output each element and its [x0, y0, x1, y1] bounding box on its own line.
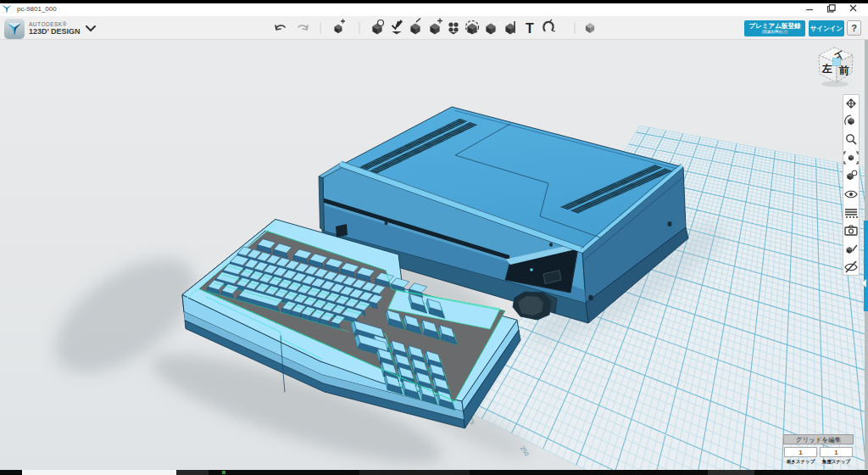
svg-text:前: 前 — [838, 64, 849, 76]
svg-text:左: 左 — [821, 63, 832, 75]
svg-text:T: T — [526, 21, 534, 36]
